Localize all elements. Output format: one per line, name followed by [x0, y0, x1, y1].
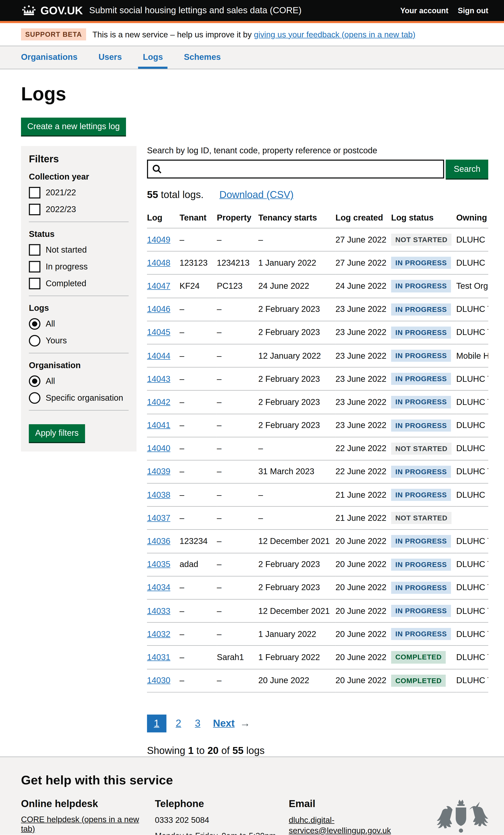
log-id-link[interactable]: 14045: [147, 328, 170, 337]
logs-option-yours[interactable]: Yours: [29, 335, 129, 347]
pagination-next-link[interactable]: Next: [213, 718, 235, 729]
nav-item-schemes[interactable]: Schemes: [179, 46, 225, 69]
radio-logs-yours[interactable]: [29, 335, 41, 347]
sign-out-link[interactable]: Sign out: [458, 6, 488, 15]
total-logs-text: 55 total logs.: [147, 189, 203, 201]
property-cell: –: [217, 669, 259, 692]
tenant-cell: –: [180, 344, 217, 367]
tenant-cell: 123123: [180, 251, 217, 274]
log-id-cell: 14046: [147, 298, 180, 321]
log-id-link[interactable]: 14034: [147, 583, 170, 592]
log-id-link[interactable]: 14044: [147, 351, 170, 360]
log-id-cell: 14031: [147, 646, 180, 669]
search-button[interactable]: Search: [446, 160, 488, 179]
collection-year-option-2021-22[interactable]: 2021/22: [29, 187, 129, 199]
log-id-link[interactable]: 14037: [147, 513, 170, 523]
govuk-logo-text: GOV.UK: [41, 4, 83, 17]
property-cell: –: [217, 530, 259, 553]
checkbox-2021-22[interactable]: [29, 187, 41, 199]
log-id-link[interactable]: 14031: [147, 652, 170, 661]
search-input[interactable]: [147, 160, 444, 179]
organisation-option-specific[interactable]: Specific organisation: [29, 392, 129, 404]
tenant-cell: –: [180, 576, 217, 599]
organisation-option-all[interactable]: All: [29, 375, 129, 387]
log-id-link[interactable]: 14047: [147, 281, 170, 290]
filters-title: Filters: [29, 153, 129, 165]
table-row: 14031–Sarah11 February 202220 June 2022C…: [147, 646, 488, 669]
table-row: 14043––2 February 202323 June 2022In pro…: [147, 367, 488, 390]
log-id-link[interactable]: 14040: [147, 444, 170, 453]
property-cell: –: [217, 623, 259, 646]
radio-organisation-all[interactable]: [29, 375, 41, 387]
log-id-link[interactable]: 14041: [147, 421, 170, 430]
log-created-cell: 20 June 2022: [336, 553, 391, 576]
status-heading: Status: [29, 229, 129, 239]
owning-organisation-cell: DLUHC Test: [456, 623, 488, 646]
your-account-link[interactable]: Your account: [400, 6, 448, 15]
logs-option-all[interactable]: All: [29, 318, 129, 330]
download-csv-link[interactable]: Download (CSV): [219, 189, 294, 201]
log-id-link[interactable]: 14038: [147, 490, 170, 499]
log-id-link[interactable]: 14042: [147, 398, 170, 406]
status-tag: Not started: [391, 443, 452, 455]
status-option-completed[interactable]: Completed: [29, 278, 129, 289]
radio-organisation-specific[interactable]: [29, 392, 41, 404]
pagination-page-2[interactable]: 2: [172, 714, 185, 732]
status-option-in-progress[interactable]: In progress: [29, 261, 129, 272]
log-created-cell: 24 June 2022: [336, 274, 391, 298]
radio-label: Specific organisation: [46, 393, 123, 403]
owning-organisation-cell: DLUHC Test: [456, 321, 488, 344]
log-id-link[interactable]: 14032: [147, 629, 170, 638]
apply-filters-button[interactable]: Apply filters: [29, 424, 85, 442]
col-header-tenant: Tenant: [180, 208, 217, 228]
collection-year-heading: Collection year: [29, 172, 129, 182]
crown-icon: [21, 4, 37, 17]
service-name-link[interactable]: Submit social housing lettings and sales…: [89, 5, 302, 16]
log-id-link[interactable]: 14030: [147, 676, 170, 685]
log-id-cell: 14038: [147, 483, 180, 506]
email-link[interactable]: dluhc.digital-services@levellingup.gov.u…: [289, 815, 391, 835]
showing-prefix: Showing: [147, 745, 188, 756]
log-id-link[interactable]: 14043: [147, 374, 170, 383]
filters-divider: [29, 222, 129, 222]
nav-item-logs[interactable]: Logs: [138, 46, 168, 69]
tenancy-starts-cell: 1 February 2022: [258, 646, 336, 669]
govuk-logo-link[interactable]: GOV.UK: [21, 4, 83, 17]
create-lettings-log-button[interactable]: Create a new lettings log: [21, 118, 126, 136]
owning-organisation-cell: DLUHC Test: [456, 367, 488, 390]
nav-item-users[interactable]: Users: [94, 46, 126, 69]
status-tag: In progress: [391, 419, 451, 431]
log-id-link[interactable]: 14033: [147, 606, 170, 615]
log-id-link[interactable]: 14035: [147, 560, 170, 569]
table-row: 14047KF24PC12324 June 202224 June 2022In…: [147, 274, 488, 298]
nav-item-organisations[interactable]: Organisations: [16, 46, 82, 69]
pagination-page-3[interactable]: 3: [191, 714, 204, 732]
log-status-cell: In progress: [391, 251, 456, 274]
core-helpdesk-link[interactable]: CORE helpdesk (opens in a new tab): [21, 815, 139, 833]
log-id-link[interactable]: 14046: [147, 305, 170, 313]
property-cell: Sarah1: [217, 646, 259, 669]
feedback-link[interactable]: giving us your feedback (opens in a new …: [254, 29, 416, 39]
search-label: Search by log ID, tenant code, property …: [147, 146, 488, 156]
checkbox-in-progress[interactable]: [29, 261, 41, 272]
pagination-page-1-current[interactable]: 1: [147, 714, 166, 732]
log-id-link[interactable]: 14048: [147, 258, 170, 267]
status-tag: In progress: [391, 628, 451, 640]
footer-heading: Get help with this service: [21, 773, 488, 787]
table-row: 14037–––21 June 2022Not started: [147, 507, 488, 530]
checkbox-not-started[interactable]: [29, 244, 41, 256]
tenant-cell: –: [180, 669, 217, 692]
tenant-cell: –: [180, 599, 217, 623]
support-beta-tag: SUPPORT BETA: [21, 28, 86, 41]
tenant-cell: –: [180, 298, 217, 321]
log-id-link[interactable]: 14036: [147, 536, 170, 546]
tenant-cell: –: [180, 623, 217, 646]
checkbox-2022-23[interactable]: [29, 204, 41, 215]
status-tag: In progress: [391, 582, 451, 594]
collection-year-option-2022-23[interactable]: 2022/23: [29, 204, 129, 215]
radio-logs-all[interactable]: [29, 318, 41, 330]
log-id-link[interactable]: 14039: [147, 467, 170, 476]
status-option-not-started[interactable]: Not started: [29, 244, 129, 256]
checkbox-completed[interactable]: [29, 278, 41, 289]
log-id-link[interactable]: 14049: [147, 235, 170, 244]
